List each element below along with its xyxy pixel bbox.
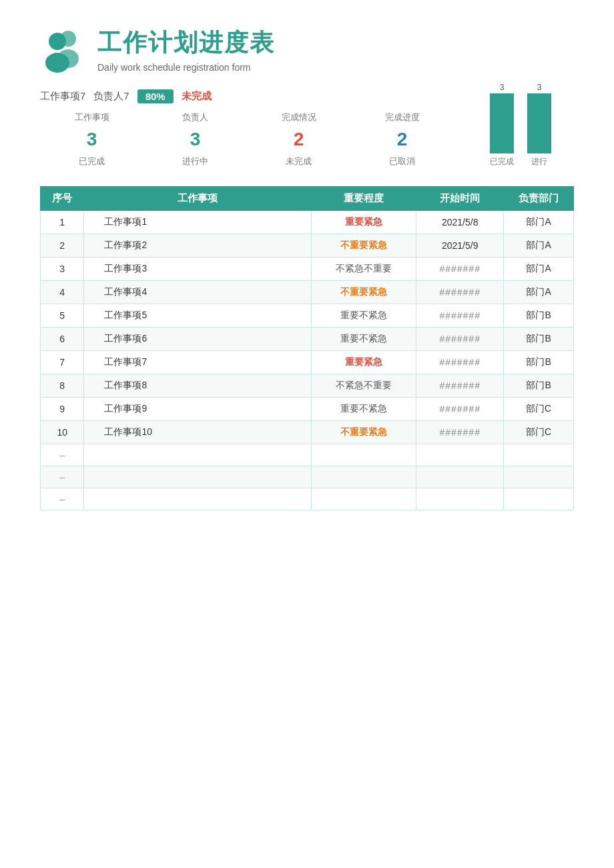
cell-dept: 部门B [504, 351, 574, 374]
chart-x-label-1: 已完成 [490, 156, 514, 167]
cell-dept: 部门A [504, 258, 574, 281]
summary-val-1: 3 [40, 126, 143, 153]
cell-seq: 1 [41, 211, 84, 234]
cell-task: 工作事项3 [84, 258, 312, 281]
cell-task: 工作事项4 [84, 281, 312, 304]
cell-priority [312, 466, 416, 488]
bar-inprogress [527, 93, 551, 153]
chart-bars: 3 3 [483, 87, 558, 153]
chart-bar-2: 3 [527, 83, 551, 153]
th-seq: 序号 [41, 187, 84, 211]
cell-seq: 10 [41, 421, 84, 444]
cell-date [416, 466, 504, 488]
cell-date: 2021/5/8 [416, 211, 504, 234]
table-row: 9工作事项9重要不紧急#######部门C [41, 398, 574, 421]
summary-chart-row: 工作事项7 负责人7 80% 未完成 工作事项 负责人 完成情况 完成进度 3 … [40, 87, 574, 170]
summary-panel: 工作事项7 负责人7 80% 未完成 工作事项 负责人 完成情况 完成进度 3 … [40, 89, 454, 170]
title-block: 工作计划进度表 Daily work schedule registration… [97, 27, 275, 73]
summary-label-1: 已完成 [40, 153, 143, 170]
table-row: 2工作事项2不重要紧急2021/5/9部门A [41, 234, 574, 258]
chart-x-labels: 已完成 进行 [483, 156, 558, 167]
cell-date: 2021/5/9 [416, 234, 504, 258]
main-table: 序号 工作事项 重要程度 开始时间 负责部门 1工作事项1重要紧急2021/5/… [40, 186, 574, 510]
cell-dept: 部门B [504, 374, 574, 398]
page-header: 工作计划进度表 Daily work schedule registration… [40, 27, 574, 73]
cell-priority: 重要不紧急 [312, 304, 416, 328]
cell-seq: 5 [41, 304, 84, 328]
summary-grid: 工作事项 负责人 完成情况 完成进度 3 3 2 2 已完成 进行中 未完成 已… [40, 109, 454, 170]
cell-priority [312, 444, 416, 466]
highlight-task: 工作事项7 [40, 90, 85, 103]
th-priority: 重要程度 [312, 187, 416, 211]
cell-task: 工作事项10 [84, 421, 312, 444]
cell-priority: 不紧急不重要 [312, 258, 416, 281]
cell-priority: 重要紧急 [312, 211, 416, 234]
cell-seq: – [41, 488, 84, 510]
summary-col-header-2: 负责人 [143, 109, 247, 126]
summary-col-header-4: 完成进度 [350, 109, 454, 126]
cell-priority: 不紧急不重要 [312, 374, 416, 398]
table-header: 序号 工作事项 重要程度 开始时间 负责部门 [41, 187, 574, 211]
table-row: 4工作事项4不重要紧急#######部门A [41, 281, 574, 304]
cell-task: 工作事项2 [84, 234, 312, 258]
highlight-percent: 80% [137, 89, 174, 103]
cell-priority: 重要不紧急 [312, 328, 416, 351]
cell-seq: 4 [41, 281, 84, 304]
summary-val-4: 2 [350, 126, 454, 153]
summary-col-header-3: 完成情况 [247, 109, 350, 126]
cell-date [416, 444, 504, 466]
summary-label-3: 未完成 [247, 153, 350, 170]
cell-date: ####### [416, 304, 504, 328]
cell-dept: 部门A [504, 211, 574, 234]
th-date: 开始时间 [416, 187, 504, 211]
summary-val-2: 3 [143, 126, 247, 153]
cell-dept: 部门A [504, 281, 574, 304]
summary-label-4: 已取消 [350, 153, 454, 170]
cell-task: 工作事项6 [84, 328, 312, 351]
main-title: 工作计划进度表 [97, 27, 275, 59]
sub-title: Daily work schedule registration form [97, 62, 275, 73]
svg-point-3 [45, 53, 69, 73]
cell-seq: 3 [41, 258, 84, 281]
cell-task: 工作事项9 [84, 398, 312, 421]
cell-seq: 9 [41, 398, 84, 421]
cell-dept: 部门B [504, 328, 574, 351]
table-row: – [41, 466, 574, 488]
cell-task [84, 488, 312, 510]
summary-col-header-1: 工作事项 [40, 109, 143, 126]
cell-priority: 不重要紧急 [312, 234, 416, 258]
cell-date: ####### [416, 374, 504, 398]
table-row: – [41, 488, 574, 510]
chart-area: 3 3 已完成 进行 [467, 87, 574, 170]
table-row: 3工作事项3不紧急不重要#######部门A [41, 258, 574, 281]
cell-date: ####### [416, 351, 504, 374]
bar-completed [490, 93, 514, 153]
highlight-row: 工作事项7 负责人7 80% 未完成 [40, 89, 454, 103]
chart-x-label-2: 进行 [527, 156, 551, 167]
table-row: 7工作事项7重要紧急#######部门B [41, 351, 574, 374]
logo-icon [40, 27, 87, 73]
cell-task: 工作事项1 [84, 211, 312, 234]
cell-dept: 部门C [504, 398, 574, 421]
cell-seq: – [41, 444, 84, 466]
cell-priority: 不重要紧急 [312, 421, 416, 444]
cell-dept [504, 466, 574, 488]
cell-date: ####### [416, 421, 504, 444]
table-row: 5工作事项5重要不紧急#######部门B [41, 304, 574, 328]
cell-dept [504, 444, 574, 466]
chart-bar-2-label-top: 3 [537, 83, 542, 92]
cell-seq: 7 [41, 351, 84, 374]
table-row: 6工作事项6重要不紧急#######部门B [41, 328, 574, 351]
highlight-status: 未完成 [182, 90, 212, 103]
table-row: 8工作事项8不紧急不重要#######部门B [41, 374, 574, 398]
svg-point-2 [49, 33, 66, 50]
cell-task: 工作事项5 [84, 304, 312, 328]
cell-priority: 不重要紧急 [312, 281, 416, 304]
cell-task [84, 444, 312, 466]
cell-seq: 8 [41, 374, 84, 398]
table-row: 10工作事项10不重要紧急#######部门C [41, 421, 574, 444]
cell-priority: 重要不紧急 [312, 398, 416, 421]
cell-dept: 部门C [504, 421, 574, 444]
summary-val-3: 2 [247, 126, 350, 153]
cell-date: ####### [416, 258, 504, 281]
